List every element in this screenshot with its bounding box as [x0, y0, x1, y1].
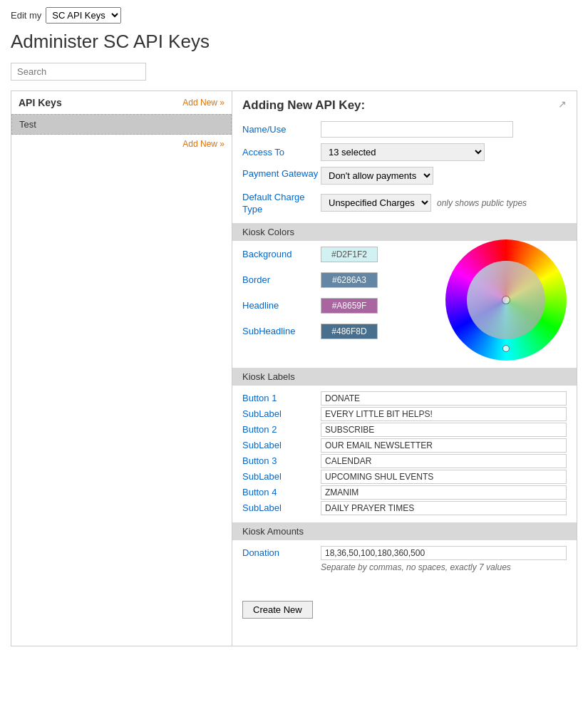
background-color-row: Background #D2F1F2 — [242, 247, 431, 262]
default-charge-type-note: only shows public types — [437, 198, 527, 208]
payment-gateway-select[interactable]: Don't allow payments — [321, 167, 433, 185]
form-panel: Adding New API Key: ↗ Name/Use Access To… — [232, 91, 577, 646]
donation-note: Separate by commas, no spaces, exactly 7… — [242, 562, 567, 572]
background-color-label: Background — [242, 249, 321, 259]
access-to-row: Access To 13 selected — [242, 143, 567, 161]
create-new-button[interactable]: Create New — [242, 601, 313, 619]
label-row: SubLabel — [242, 470, 567, 484]
label-key-6: Button 4 — [242, 487, 321, 497]
name-use-input[interactable] — [321, 121, 513, 138]
label-key-0: Button 1 — [242, 393, 321, 403]
label-row: Button 1 — [242, 391, 567, 406]
sidebar-add-new-link2[interactable]: Add New » — [11, 135, 232, 153]
page-title: Administer SC API Keys — [11, 31, 577, 53]
label-val-0[interactable] — [321, 391, 567, 406]
label-key-2: Button 2 — [242, 424, 321, 435]
access-to-select[interactable]: 13 selected — [321, 143, 485, 161]
main-layout: API Keys Add New » Test Add New » Adding… — [11, 91, 577, 646]
default-charge-type-select[interactable]: Unspecified Charges — [321, 194, 431, 212]
color-wheel[interactable] — [445, 239, 567, 361]
color-area: Background #D2F1F2 Border #6286A3 Headli… — [242, 247, 567, 361]
label-row: SubLabel — [242, 438, 567, 453]
label-row: Button 3 — [242, 454, 567, 468]
label-key-1: SubLabel — [242, 408, 321, 419]
label-key-3: SubLabel — [242, 440, 321, 450]
kiosk-colors-header: Kiosk Colors — [232, 223, 577, 241]
payment-gateway-row: Payment Gateway Don't allow payments — [242, 167, 567, 185]
access-to-label: Access To — [242, 147, 321, 158]
label-row: Button 4 — [242, 485, 567, 500]
sidebar-add-new-link[interactable]: Add New » — [182, 98, 225, 108]
sidebar-header: API Keys Add New » — [11, 91, 232, 114]
label-val-3[interactable] — [321, 438, 567, 453]
label-val-2[interactable] — [321, 423, 567, 437]
subheadline-color-row: SubHeadline #486F8D — [242, 324, 431, 339]
label-val-7[interactable] — [321, 501, 567, 515]
sidebar-item-test[interactable]: Test — [11, 114, 232, 135]
form-panel-header: Adding New API Key: ↗ — [242, 98, 567, 113]
name-use-label: Name/Use — [242, 124, 321, 135]
color-wheel-container[interactable] — [445, 239, 567, 361]
headline-color-label: Headline — [242, 300, 321, 311]
headline-color-row: Headline #A8659F — [242, 298, 431, 314]
label-key-7: SubLabel — [242, 502, 321, 513]
label-val-5[interactable] — [321, 470, 567, 484]
color-wheel-inner — [467, 261, 545, 339]
border-color-swatch[interactable]: #6286A3 — [321, 272, 378, 288]
border-color-row: Border #6286A3 — [242, 272, 431, 288]
color-fields: Background #D2F1F2 Border #6286A3 Headli… — [242, 247, 431, 349]
label-val-4[interactable] — [321, 454, 567, 468]
edit-my-bar: Edit my SC API Keys — [11, 7, 577, 24]
donation-label: Donation — [242, 547, 321, 558]
subheadline-color-swatch[interactable]: #486F8D — [321, 324, 378, 339]
search-input[interactable] — [11, 63, 146, 81]
color-wheel-center-dot — [502, 296, 510, 304]
sidebar: API Keys Add New » Test Add New » — [11, 91, 232, 646]
kiosk-amounts-header: Kiosk Amounts — [232, 522, 577, 540]
expand-icon[interactable]: ↗ — [558, 98, 567, 110]
payment-gateway-label: Payment Gateway — [242, 167, 321, 180]
subheadline-color-label: SubHeadline — [242, 326, 321, 336]
label-key-4: Button 3 — [242, 455, 321, 466]
label-val-1[interactable] — [321, 407, 567, 421]
edit-my-select[interactable]: SC API Keys — [46, 7, 121, 24]
default-charge-type-row: Default Charge Type Unspecified Charges … — [242, 190, 567, 216]
donation-input[interactable] — [321, 546, 567, 560]
donation-row: Donation — [242, 546, 567, 560]
kiosk-labels-header: Kiosk Labels — [232, 368, 577, 386]
label-row: Button 2 — [242, 423, 567, 437]
label-row: SubLabel — [242, 407, 567, 421]
label-row: SubLabel — [242, 501, 567, 515]
amounts-section: Donation Separate by commas, no spaces, … — [242, 546, 567, 572]
form-panel-title: Adding New API Key: — [242, 98, 365, 113]
border-color-label: Border — [242, 274, 321, 285]
name-use-row: Name/Use — [242, 121, 567, 138]
label-key-5: SubLabel — [242, 471, 321, 482]
color-wheel-handle[interactable] — [502, 345, 510, 352]
label-val-6[interactable] — [321, 485, 567, 500]
edit-my-label: Edit my — [11, 10, 41, 21]
labels-section: Button 1 SubLabel Button 2 SubLabel Butt… — [242, 391, 567, 515]
sidebar-title: API Keys — [19, 97, 62, 108]
background-color-swatch[interactable]: #D2F1F2 — [321, 247, 378, 262]
default-charge-type-label: Default Charge Type — [242, 190, 321, 216]
headline-color-swatch[interactable]: #A8659F — [321, 298, 378, 314]
